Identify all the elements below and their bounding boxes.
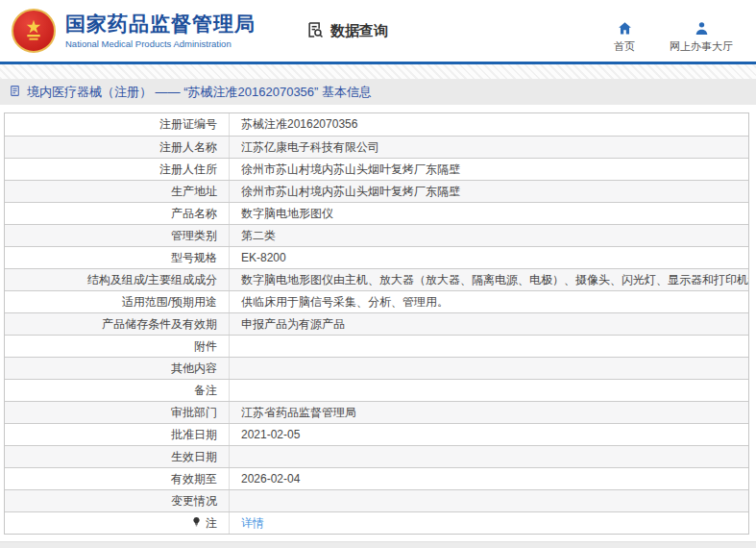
- row-label: 注册人住所: [5, 159, 229, 180]
- row-value: 苏械注准20162070356: [229, 113, 748, 136]
- nav-item-service-hall-label: 网上办事大厅: [670, 39, 733, 54]
- table-row: 注册人住所 徐州市苏山村境内苏山头烟叶复烤厂东隔壁: [5, 158, 748, 180]
- header-nav: 首页 网上办事大厅: [610, 9, 733, 54]
- table-row: 注册人名称 江苏亿康电子科技有限公司: [5, 136, 748, 158]
- row-value: EK-8200: [229, 247, 748, 268]
- row-value: 数字脑电地形图仪由主机、放大器（放大器、隔离电源、电极）、摄像头、闪光灯、显示器…: [229, 269, 748, 290]
- row-label: 生产地址: [5, 181, 229, 202]
- row-label: 结构及组成/主要组成成分: [5, 269, 229, 290]
- note-label: 注: [206, 515, 217, 532]
- row-value: [229, 358, 748, 379]
- row-label: 其他内容: [5, 358, 229, 379]
- row-label: 变更情况: [5, 490, 229, 511]
- row-label: 生效日期: [5, 446, 229, 467]
- breadcrumb: 境内医疗器械（注册） —— “苏械注准20162070356” 基本信息: [0, 79, 756, 105]
- table-row: 管理类别 第二类: [5, 224, 748, 246]
- table-row: 型号规格 EK-8200: [5, 246, 748, 268]
- table-row: 注册证编号 苏械注准20162070356: [5, 113, 748, 136]
- row-label: 管理类别: [5, 225, 229, 246]
- row-label: 产品储存条件及有效期: [5, 313, 229, 335]
- row-label: 型号规格: [5, 247, 229, 268]
- data-query-label: 数据查询: [330, 22, 388, 40]
- row-value: 2021-02-05: [229, 424, 748, 445]
- table-row: 其他内容: [5, 357, 748, 379]
- row-label: 适用范围/预期用途: [5, 291, 229, 312]
- page-header: 国家药品监督管理局 National Medical Products Admi…: [0, 0, 756, 64]
- table-row: 结构及组成/主要组成成分 数字脑电地形图仪由主机、放大器（放大器、隔离电源、电极…: [5, 268, 748, 290]
- person-icon: [694, 20, 710, 37]
- row-value: 供临床用于脑信号采集、分析、管理用。: [229, 291, 748, 312]
- table-row: 生产地址 徐州市苏山村境内苏山头烟叶复烤厂东隔壁: [5, 180, 748, 202]
- row-label: 产品名称: [5, 203, 229, 224]
- document-search-icon: [305, 20, 325, 42]
- row-value: 江苏亿康电子科技有限公司: [229, 137, 748, 158]
- row-value: 数字脑电地形图仪: [229, 203, 748, 224]
- header-hatch-strip: [0, 64, 756, 79]
- table-row-note: 注 详情: [5, 511, 748, 534]
- row-label: 附件: [5, 336, 229, 357]
- page-title: 境内医疗器械（注册） —— “苏械注准20162070356” 基本信息: [27, 84, 372, 101]
- row-value: 2026-02-04: [229, 468, 748, 489]
- site-brand: 国家药品监督管理局 National Medical Products Admi…: [12, 9, 256, 53]
- table-row: 适用范围/预期用途 供临床用于脑信号采集、分析、管理用。: [5, 290, 748, 312]
- table-row: 备注: [5, 379, 748, 401]
- table-row: 变更情况: [5, 489, 748, 511]
- info-table-rows: 注册证编号 苏械注准20162070356 注册人名称 江苏亿康电子科技有限公司…: [5, 113, 748, 511]
- table-row: 有效期至 2026-02-04: [5, 467, 748, 489]
- row-value: 申报产品为有源产品: [229, 313, 748, 335]
- note-label-cell: 注: [5, 512, 229, 534]
- registration-info-table: 注册证编号 苏械注准20162070356 注册人名称 江苏亿康电子科技有限公司…: [4, 112, 749, 535]
- row-value: [229, 446, 748, 467]
- org-title-zh: 国家药品监督管理局: [65, 12, 256, 35]
- row-value: 第二类: [229, 225, 748, 246]
- table-row: 审批部门 江苏省药品监督管理局: [5, 401, 748, 423]
- row-label: 审批部门: [5, 402, 229, 423]
- table-row: 生效日期: [5, 445, 748, 467]
- row-value: 徐州市苏山村境内苏山头烟叶复烤厂东隔壁: [229, 159, 748, 180]
- table-row: 产品名称 数字脑电地形图仪: [5, 202, 748, 224]
- bulb-icon: [191, 516, 202, 530]
- row-label: 注册证编号: [5, 113, 229, 136]
- nav-item-home-label: 首页: [614, 39, 635, 54]
- footer-strip: [0, 541, 756, 548]
- home-icon: [617, 20, 633, 37]
- nav-item-home[interactable]: 首页: [610, 20, 639, 54]
- row-label: 备注: [5, 380, 229, 401]
- org-title-en: National Medical Products Administration: [65, 38, 256, 49]
- data-query-menu[interactable]: 数据查询: [305, 20, 388, 42]
- row-value: [229, 490, 748, 511]
- row-label: 批准日期: [5, 424, 229, 445]
- row-value: 徐州市苏山村境内苏山头烟叶复烤厂东隔壁: [229, 181, 748, 202]
- table-row: 批准日期 2021-02-05: [5, 423, 748, 445]
- table-row: 产品储存条件及有效期 申报产品为有源产品: [5, 312, 748, 335]
- nav-item-service-hall[interactable]: 网上办事大厅: [670, 20, 733, 54]
- table-row: 附件: [5, 335, 748, 357]
- national-emblem-icon: [12, 9, 56, 53]
- document-icon: [9, 85, 21, 100]
- note-value-cell: 详情: [229, 512, 748, 534]
- row-value: 江苏省药品监督管理局: [229, 402, 748, 423]
- row-label: 注册人名称: [5, 137, 229, 158]
- row-label: 有效期至: [5, 468, 229, 489]
- row-value: [229, 336, 748, 357]
- note-details-link[interactable]: 详情: [241, 515, 264, 532]
- row-value: [229, 380, 748, 401]
